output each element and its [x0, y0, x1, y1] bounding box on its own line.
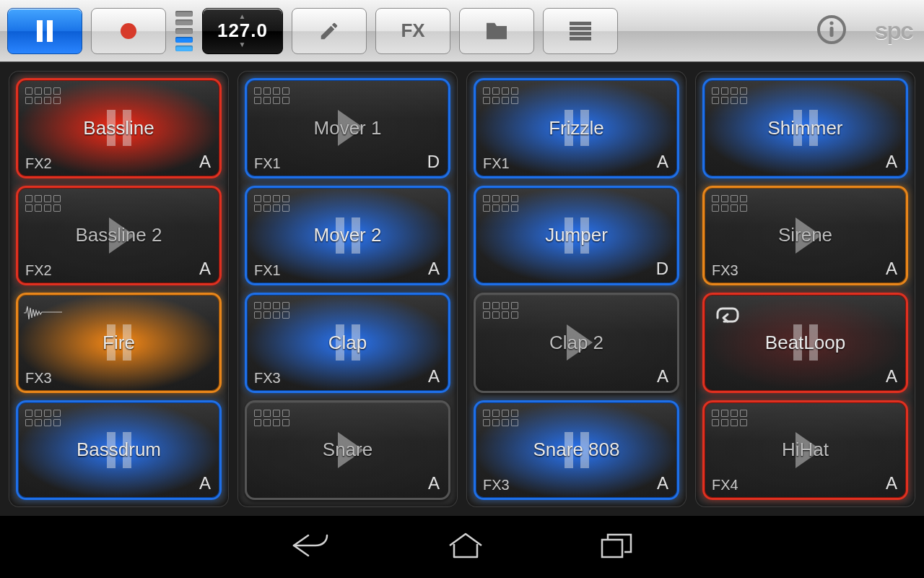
svg-rect-13: [107, 324, 116, 361]
svg-rect-9: [830, 27, 834, 37]
record-icon: [118, 21, 139, 41]
edit-button[interactable]: [292, 8, 367, 54]
svg-rect-0: [37, 20, 43, 42]
svg-rect-21: [352, 324, 360, 361]
svg-rect-10: [107, 110, 116, 146]
bpm-value: 127.0: [217, 20, 268, 42]
pad-group: A: [657, 152, 668, 172]
pad-group: A: [199, 259, 211, 279]
svg-rect-11: [123, 110, 131, 146]
pad[interactable]: SireneFX3A: [702, 186, 908, 286]
pad[interactable]: SnareA: [245, 400, 450, 501]
pad-fx: FX4: [712, 477, 738, 493]
svg-marker-22: [338, 432, 364, 468]
nav-back-button[interactable]: [291, 531, 331, 563]
svg-rect-3: [570, 22, 591, 25]
pad[interactable]: Clap 2A: [474, 293, 679, 393]
record-button[interactable]: [91, 8, 166, 54]
svg-marker-35: [796, 432, 821, 468]
pad-column: BasslineFX2ABassline 2FX2AFireFX3Bassdru…: [9, 71, 229, 507]
pad[interactable]: FireFX3: [16, 293, 222, 393]
pad-fx: FX1: [254, 262, 281, 279]
nav-home-button[interactable]: [447, 531, 484, 563]
pad[interactable]: Snare 808FX3A: [474, 400, 679, 501]
svg-rect-25: [565, 217, 573, 254]
android-navbar: [0, 516, 924, 578]
svg-rect-14: [123, 324, 131, 361]
pad[interactable]: BasslineFX2A: [16, 78, 222, 178]
svg-rect-24: [580, 110, 589, 146]
pad[interactable]: Bassline 2FX2A: [16, 186, 222, 286]
pad[interactable]: ClapFX3A: [245, 293, 450, 393]
pad[interactable]: HiHatFX4A: [702, 400, 908, 501]
pad-group: A: [428, 259, 440, 279]
svg-marker-12: [109, 217, 135, 254]
svg-rect-36: [602, 540, 622, 557]
recent-apps-icon: [600, 531, 633, 560]
list-icon: [570, 22, 591, 40]
pad-column: FrizzleFX1AJumperDClap 2ASnare 808FX3A: [466, 71, 687, 507]
svg-rect-23: [565, 110, 573, 146]
fx-button[interactable]: FX: [375, 8, 450, 54]
chevron-up-icon: ▲: [239, 14, 247, 20]
folder-icon: [484, 21, 509, 41]
loop-icon: [713, 305, 742, 325]
svg-rect-26: [580, 217, 589, 254]
toolbar: ▲ 127.0 ▼ FX spc: [0, 0, 924, 62]
pad-fx: FX3: [483, 477, 510, 493]
pad-fx: FX3: [254, 370, 281, 387]
pad-fx: FX3: [712, 262, 738, 279]
info-icon: [816, 14, 847, 45]
pad-group: D: [656, 259, 668, 279]
pad-fx: FX2: [25, 262, 52, 279]
pad[interactable]: BassdrumA: [16, 400, 222, 501]
info-button[interactable]: [816, 14, 847, 48]
pad-group: D: [427, 152, 440, 172]
pad-group: A: [657, 366, 668, 387]
pad[interactable]: Mover 1FX1D: [245, 78, 450, 178]
play-pause-button[interactable]: [7, 8, 82, 54]
pad-column: Mover 1FX1DMover 2FX1AClapFX3ASnareA: [237, 71, 458, 507]
bpm-button[interactable]: ▲ 127.0 ▼: [202, 8, 283, 54]
pad-group: A: [428, 366, 440, 387]
pad-column: ShimmerASireneFX3ABeatLoopAHiHatFX4A: [695, 71, 915, 507]
home-icon: [447, 531, 484, 560]
pad[interactable]: Mover 2FX1A: [245, 186, 450, 286]
svg-rect-28: [565, 432, 573, 468]
svg-rect-31: [809, 110, 818, 146]
fx-label: FX: [401, 20, 424, 42]
folder-button[interactable]: [459, 8, 534, 54]
back-icon: [291, 531, 331, 560]
svg-rect-16: [123, 432, 131, 468]
pad[interactable]: JumperD: [474, 186, 679, 286]
pad-group: A: [886, 259, 897, 279]
pad-group: A: [199, 473, 211, 493]
svg-marker-17: [338, 110, 364, 146]
pad[interactable]: BeatLoopA: [702, 293, 908, 393]
svg-marker-32: [796, 217, 821, 254]
pad-group: A: [886, 366, 897, 387]
waveform-icon: [24, 305, 63, 321]
svg-rect-29: [580, 432, 589, 468]
svg-rect-18: [336, 217, 344, 254]
pencil-icon: [318, 20, 340, 42]
pad-group: A: [886, 473, 897, 493]
svg-rect-6: [570, 37, 591, 40]
list-button[interactable]: [543, 8, 618, 54]
pad-fx: FX3: [25, 370, 52, 387]
pad[interactable]: ShimmerA: [702, 78, 908, 178]
svg-rect-5: [570, 32, 591, 35]
pause-icon: [35, 20, 54, 42]
level-meter[interactable]: [175, 11, 193, 51]
pad-fx: FX1: [483, 155, 510, 172]
nav-recent-button[interactable]: [600, 531, 633, 563]
svg-rect-34: [809, 324, 818, 361]
pad-group: A: [657, 473, 668, 493]
svg-marker-27: [567, 324, 593, 361]
svg-point-2: [121, 23, 136, 39]
pad[interactable]: FrizzleFX1A: [474, 78, 679, 178]
svg-rect-15: [107, 432, 116, 468]
svg-rect-20: [336, 324, 344, 361]
pad-group: A: [428, 473, 440, 493]
pad-board: BasslineFX2ABassline 2FX2AFireFX3Bassdru…: [0, 62, 924, 516]
